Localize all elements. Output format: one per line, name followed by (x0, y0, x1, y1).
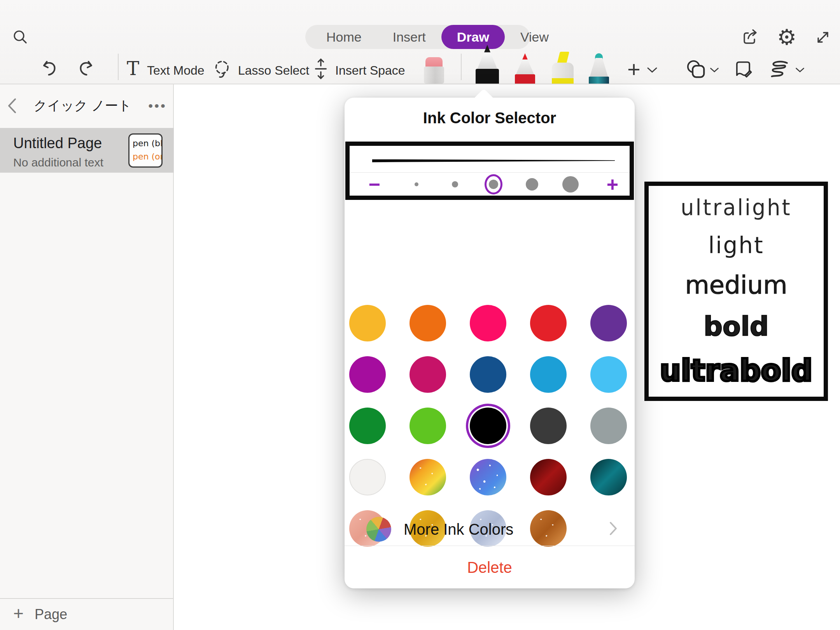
ink-color-swatch-gray[interactable] (590, 408, 627, 444)
lasso-select-button[interactable]: Lasso Select (238, 63, 309, 78)
page-subtitle: No additional text (13, 156, 103, 169)
insert-space-button[interactable]: Insert Space (335, 63, 405, 78)
selected-stroke-size-ring (485, 174, 502, 194)
add-pen-plus-icon[interactable]: + (624, 59, 644, 79)
ink-color-swatch-green[interactable] (349, 408, 386, 444)
yellow-highlighter-tool[interactable] (551, 52, 575, 84)
page-list-item-selected[interactable]: Untitled Page No additional text pen (bl… (0, 128, 174, 173)
ink-color-swatch-red[interactable] (530, 305, 567, 341)
thumbnail-ink-line: pen (ora (133, 150, 161, 163)
red-pen-body (515, 74, 535, 84)
galaxy-pen-cone (589, 58, 609, 77)
thumbnail-ink-line: pen (bl (133, 137, 161, 150)
onenote-app: HomeInsertDrawView ⚙ T Text Mode (0, 0, 840, 630)
add-page-plus-icon: + (13, 603, 24, 624)
stroke-size-dot-5[interactable] (562, 176, 579, 192)
ink-sample-medium: medium (685, 273, 787, 298)
settings-gear-icon[interactable]: ⚙ (776, 26, 797, 47)
ink-color-swatch-raspberry[interactable] (410, 356, 446, 393)
black-pen-tool-selected[interactable] (475, 45, 500, 84)
red-pen-tool[interactable] (514, 53, 536, 84)
black-pen-body (476, 69, 499, 84)
ink-color-swatch-galaxy[interactable] (470, 459, 506, 495)
ink-sample-light: light (708, 234, 764, 257)
ink-color-swatch-black[interactable] (470, 408, 506, 444)
red-pen-tip (515, 53, 535, 75)
ink-sample-ultralight: ultralight (681, 196, 791, 219)
top-toolbar: HomeInsertDrawView ⚙ T Text Mode (0, 0, 840, 84)
tab-home[interactable]: Home (311, 25, 377, 49)
highlighter-body (552, 63, 574, 78)
redo-button[interactable] (75, 58, 96, 79)
sidebar-header: クイック ノート ••• (0, 92, 173, 119)
popup-title: Ink Color Selector (345, 109, 635, 127)
stroke-size-row: −+ (350, 173, 630, 196)
ink-sample-ultrabold: ultrabold (660, 356, 812, 385)
ink-color-swatch-purple[interactable] (590, 305, 627, 341)
ink-color-swatch-white[interactable] (349, 459, 386, 495)
ink-color-swatch-charcoal[interactable] (530, 408, 567, 444)
ink-replay-chevron-down-icon[interactable] (794, 65, 806, 75)
shapes-icon[interactable] (684, 58, 707, 80)
color-wheel-icon (366, 517, 391, 542)
stroke-width-preview-box: −+ (345, 142, 634, 200)
undo-button[interactable] (40, 58, 60, 79)
popup-divider (345, 546, 635, 546)
galaxy-pen-body (589, 77, 609, 84)
shapes-chevron-down-icon[interactable] (709, 65, 720, 75)
ink-color-grid (349, 305, 627, 547)
insert-space-icon[interactable] (311, 58, 331, 80)
delete-pen-button[interactable]: Delete (345, 552, 635, 583)
ink-color-swatch-yellow[interactable] (349, 305, 386, 341)
tab-view[interactable]: View (505, 25, 564, 49)
back-chevron-icon[interactable] (0, 96, 23, 115)
ink-color-swatch-lime-green[interactable] (410, 408, 446, 444)
decrease-stroke-size-button[interactable]: − (369, 174, 380, 194)
more-ink-colors-label: More Ink Colors (404, 521, 609, 538)
ink-color-selector-popup: Ink Color Selector −+ More Ink Colors De… (345, 98, 635, 588)
tab-insert[interactable]: Insert (377, 25, 441, 49)
ink-color-swatch-blue[interactable] (530, 356, 567, 393)
black-pen-tip (476, 45, 499, 70)
ink-replay-icon[interactable] (767, 58, 791, 80)
toolbar-divider (118, 54, 119, 80)
text-mode-icon[interactable]: T (124, 58, 142, 79)
highlighter-band (552, 78, 574, 84)
ink-color-swatch-dark-red-marble[interactable] (530, 459, 567, 495)
ink-color-swatch-navy-blue[interactable] (470, 356, 506, 393)
page-list-sidebar: クイック ノート ••• Untitled Page No additional… (0, 84, 174, 630)
pen-divider (461, 54, 462, 80)
stroke-preview-line (372, 158, 615, 163)
add-page-label: Page (35, 606, 67, 623)
notebook-menu-ellipsis-icon[interactable]: ••• (142, 96, 173, 115)
text-mode-button[interactable]: Text Mode (147, 63, 205, 78)
ink-note-icon[interactable] (732, 58, 754, 80)
ink-sample-bold: bold (704, 313, 768, 340)
stroke-size-dot-2[interactable] (452, 181, 458, 187)
search-icon[interactable] (11, 28, 30, 47)
stroke-size-dot-4[interactable] (526, 178, 538, 191)
ink-color-swatch-sky-blue[interactable] (590, 356, 627, 393)
eraser-tool[interactable] (424, 57, 444, 84)
handwritten-weight-samples-frame: ultralightlightmediumboldultrabold (644, 182, 828, 401)
eraser-tip (425, 57, 443, 67)
page-thumbnail: pen (blpen (ora (128, 133, 163, 168)
notebook-title: クイック ノート (23, 97, 142, 115)
add-page-button[interactable]: + Page (0, 598, 173, 630)
expand-icon[interactable] (813, 27, 833, 47)
increase-stroke-size-button[interactable]: + (607, 174, 618, 194)
ink-color-swatch-pink[interactable] (470, 305, 506, 341)
more-ink-colors-button[interactable]: More Ink Colors (345, 513, 635, 546)
eraser-body (424, 66, 444, 84)
stroke-size-dot-1[interactable] (415, 182, 418, 186)
ink-color-swatch-orange[interactable] (410, 305, 446, 341)
chevron-right-icon (609, 521, 618, 537)
galaxy-pen-tool[interactable] (588, 53, 610, 84)
share-icon[interactable] (740, 27, 760, 47)
add-pen-chevron-down-icon[interactable] (646, 65, 659, 75)
ink-color-swatch-rainbow-glitter[interactable] (410, 459, 446, 495)
lasso-select-icon[interactable] (212, 58, 233, 80)
ink-color-swatch-teal-smoke[interactable] (590, 459, 627, 495)
ink-color-swatch-magenta[interactable] (349, 356, 386, 393)
page-title: Untitled Page (13, 135, 102, 152)
